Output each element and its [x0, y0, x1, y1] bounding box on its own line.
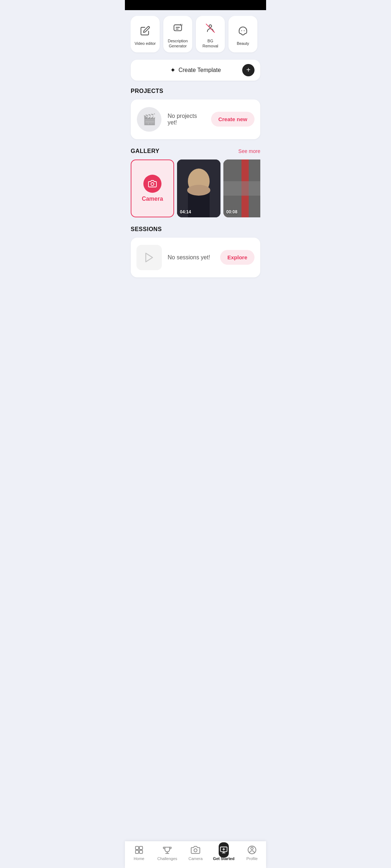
- create-template-button[interactable]: ✦ Create Template +: [131, 60, 260, 81]
- video-1-duration: 04:14: [180, 209, 191, 214]
- gallery-row: Camera 04:14: [131, 159, 260, 217]
- svg-point-19: [194, 849, 197, 852]
- person-cut-icon: [203, 21, 218, 35]
- projects-empty-text: No projects yet!: [168, 113, 205, 126]
- tool-video-editor[interactable]: Video editor: [131, 16, 160, 52]
- nav-profile[interactable]: Profile: [238, 845, 266, 861]
- gallery-video-2[interactable]: 00:08: [223, 159, 260, 217]
- sessions-icon: [136, 245, 162, 270]
- projects-section: PROJECTS No projects yet! Create new: [131, 88, 260, 139]
- tool-bg-removal-label: BG Removal: [199, 38, 221, 49]
- nav-challenges[interactable]: Challenges: [153, 845, 181, 861]
- gallery-header: GALLERY See more: [131, 148, 260, 154]
- tool-beauty[interactable]: Beauty: [228, 16, 257, 52]
- trophy-icon: [162, 845, 172, 855]
- home-icon: [134, 845, 144, 855]
- projects-title: PROJECTS: [131, 88, 163, 94]
- sessions-empty-state: No sessions yet! Explore: [131, 238, 260, 277]
- mask-icon: [236, 24, 250, 38]
- gallery-video-1[interactable]: 04:14: [177, 159, 220, 217]
- nav-challenges-label: Challenges: [157, 856, 177, 861]
- nav-get-started[interactable]: Get Started: [210, 845, 238, 861]
- svg-point-4: [244, 30, 244, 31]
- nav-camera[interactable]: Camera: [181, 845, 210, 861]
- sessions-section: SESSIONS No sessions yet! Explore: [131, 226, 260, 277]
- projects-header: PROJECTS: [131, 88, 260, 94]
- profile-icon: [247, 845, 257, 855]
- svg-point-24: [251, 847, 253, 850]
- create-new-button[interactable]: Create new: [211, 112, 255, 127]
- nav-get-started-label: Get Started: [213, 856, 234, 861]
- bottom-navigation: Home Challenges Camera: [125, 841, 266, 868]
- film-reel-icon: [136, 107, 162, 132]
- gallery-see-more[interactable]: See more: [238, 148, 260, 154]
- sessions-empty-text: No sessions yet!: [168, 254, 214, 261]
- tool-beauty-label: Beauty: [237, 41, 249, 46]
- svg-marker-14: [146, 253, 153, 262]
- gallery-title: GALLERY: [131, 148, 159, 154]
- svg-point-3: [241, 30, 242, 31]
- sessions-title: SESSIONS: [131, 226, 162, 233]
- tool-description-generator-label: Description Generator: [167, 38, 189, 49]
- get-started-icon: [219, 845, 229, 855]
- svg-rect-13: [223, 181, 260, 196]
- plus-button[interactable]: +: [242, 64, 255, 76]
- ai-chat-icon: AI: [171, 21, 185, 35]
- tool-video-editor-label: Video editor: [135, 41, 156, 46]
- svg-rect-15: [135, 846, 139, 850]
- create-template-label: Create Template: [178, 67, 221, 73]
- tool-description-generator[interactable]: AI Description Generator: [163, 16, 192, 52]
- video-2-duration: 00:08: [226, 209, 237, 214]
- sparkle-icon: ✦: [170, 66, 176, 74]
- nav-home[interactable]: Home: [125, 845, 153, 861]
- tool-bg-removal[interactable]: BG Removal: [196, 16, 225, 52]
- tools-row: Video editor AI Description Generator: [131, 16, 260, 54]
- nav-camera-label: Camera: [188, 856, 202, 861]
- camera-icon: [143, 175, 161, 193]
- svg-text:AI: AI: [180, 24, 182, 26]
- pencil-icon: [138, 24, 152, 38]
- sessions-header: SESSIONS: [131, 226, 260, 233]
- nav-home-label: Home: [134, 856, 144, 861]
- svg-rect-16: [139, 846, 143, 850]
- projects-empty-state: No projects yet! Create new: [131, 99, 260, 139]
- nav-profile-label: Profile: [246, 856, 257, 861]
- explore-button[interactable]: Explore: [220, 250, 255, 265]
- svg-rect-18: [139, 850, 143, 854]
- gallery-camera-item[interactable]: Camera: [131, 159, 174, 217]
- gallery-section: GALLERY See more Camera: [131, 148, 260, 217]
- svg-rect-17: [135, 850, 139, 854]
- svg-point-10: [187, 185, 210, 196]
- camera-nav-icon: [190, 845, 201, 855]
- status-bar: [125, 0, 266, 10]
- svg-point-6: [151, 183, 154, 186]
- camera-label: Camera: [142, 196, 163, 202]
